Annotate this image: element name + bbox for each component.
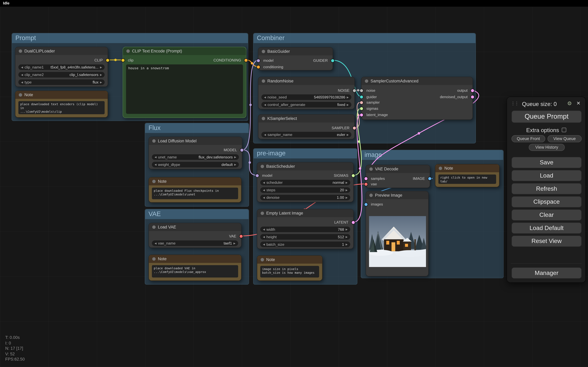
slot-dot-sigmas[interactable] (352, 174, 355, 177)
output-slot-output[interactable]: output (457, 88, 468, 93)
slot-dot-vae[interactable] (240, 235, 243, 238)
input-slot-samples[interactable]: samples (371, 176, 385, 181)
prev-arrow-icon[interactable]: ◀ (263, 187, 265, 193)
node-header[interactable]: Note (435, 164, 499, 172)
collapse-dot-icon[interactable] (369, 167, 373, 171)
prev-arrow-icon[interactable]: ◀ (21, 64, 23, 70)
next-arrow-icon[interactable]: ▶ (346, 227, 348, 232)
slot-dot-guider[interactable] (331, 59, 334, 62)
widget-width[interactable]: ◀width768▶ (260, 227, 350, 232)
widget-steps[interactable]: ◀steps20▶ (260, 187, 350, 193)
input-slot-sigmas[interactable]: sigmas (366, 106, 378, 111)
widget-sampler-name[interactable]: ◀sampler_nameeuler▶ (261, 132, 351, 137)
collapse-dot-icon[interactable] (262, 117, 265, 120)
refresh-button[interactable]: Refresh (511, 183, 582, 194)
collapse-dot-icon[interactable] (152, 180, 156, 183)
widget-clip-name1[interactable]: ◀clip_name1t5xxl_fp8_e4m3fn.safetens...▶ (18, 64, 104, 70)
load-default-button[interactable]: Load Default (511, 223, 582, 234)
comfyui-canvas[interactable]: Idle Prompt Combiner Flux VAE pre-image … (0, 0, 588, 367)
slot-dot-guider[interactable] (360, 95, 363, 99)
next-arrow-icon[interactable]: ▶ (346, 234, 348, 240)
slot-dot-model[interactable] (240, 149, 243, 152)
next-arrow-icon[interactable]: ▶ (100, 72, 102, 77)
group-title[interactable]: image (361, 150, 503, 160)
slot-dot-image[interactable] (428, 177, 431, 180)
next-arrow-icon[interactable]: ▶ (346, 242, 348, 247)
slot-dot-latent[interactable] (360, 113, 363, 117)
widget-height[interactable]: ◀height512▶ (260, 234, 350, 240)
next-arrow-icon[interactable]: ▶ (346, 187, 348, 193)
node-header[interactable]: KSamplerSelect (258, 115, 354, 122)
node-header[interactable]: Note (257, 256, 322, 264)
input-slot-clip[interactable]: clip (128, 58, 134, 63)
collapse-dot-icon[interactable] (152, 139, 156, 143)
prev-arrow-icon[interactable]: ◀ (263, 195, 265, 200)
node-vae-decode[interactable]: VAE Decode samples vae IMAGE (366, 165, 430, 188)
prev-arrow-icon[interactable]: ◀ (155, 240, 156, 246)
output-slot-clip[interactable]: CLIP (95, 58, 103, 63)
node-header[interactable]: Load Diffusion Model (149, 137, 242, 145)
widget-scheduler[interactable]: ◀schedulernormal▶ (260, 180, 350, 185)
collapse-dot-icon[interactable] (261, 212, 264, 215)
input-slot-conditioning[interactable]: conditioning (263, 64, 283, 70)
node-note-prompt[interactable]: Note place downloaded text encoders (cli… (15, 91, 108, 117)
next-arrow-icon[interactable]: ▶ (234, 162, 236, 167)
collapse-dot-icon[interactable] (439, 167, 442, 170)
widget-weight-dtype[interactable]: ◀weight_dtypedefault▶ (152, 162, 239, 167)
node-note-flux[interactable]: Note place downloaded Flux checkpoints i… (148, 177, 242, 203)
input-slot-sampler[interactable]: sampler (366, 100, 380, 105)
load-button[interactable]: Load (511, 170, 582, 181)
slot-dot-sampler[interactable] (353, 127, 356, 130)
node-header[interactable]: VAE Decode (366, 165, 430, 173)
collapse-dot-icon[interactable] (261, 165, 264, 168)
slot-dot-sigmas[interactable] (360, 107, 363, 110)
output-slot-model[interactable]: MODEL (224, 148, 237, 153)
drag-handle-icon[interactable]: ⋮⋮ (511, 101, 518, 106)
output-slot-guider[interactable]: GUIDER (313, 58, 328, 63)
input-slot-model[interactable]: model (262, 173, 272, 178)
node-note-preimage[interactable]: Note image size in pixels batch_size is … (257, 255, 323, 281)
prompt-textarea[interactable]: house in a snowstrom (126, 64, 243, 114)
collapse-dot-icon[interactable] (19, 93, 22, 97)
widget-vae-name[interactable]: ◀vae_nametaef1▶ (152, 240, 238, 246)
output-slot-conditioning[interactable]: CONDITIONING (214, 58, 241, 63)
input-slot-noise[interactable]: noise (366, 88, 375, 93)
group-title[interactable]: VAE (145, 209, 249, 219)
slot-dot-clip[interactable] (106, 59, 109, 62)
next-arrow-icon[interactable]: ▶ (234, 154, 236, 160)
node-header[interactable]: BasicScheduler (257, 163, 353, 170)
output-slot-denoised-output[interactable]: denoised_output (440, 94, 468, 100)
queue-prompt-button[interactable]: Queue Prompt (511, 110, 582, 123)
collapse-dot-icon[interactable] (152, 257, 156, 261)
group-title[interactable]: Flux (145, 123, 249, 133)
prev-arrow-icon[interactable]: ◀ (263, 180, 265, 185)
node-header[interactable]: Note (15, 91, 107, 99)
prev-arrow-icon[interactable]: ◀ (155, 162, 156, 167)
node-empty-latent-image[interactable]: Empty Latent Image LATENT ◀width768▶ ◀he… (257, 209, 354, 249)
prev-arrow-icon[interactable]: ◀ (263, 242, 265, 247)
next-arrow-icon[interactable]: ▶ (347, 102, 349, 108)
next-arrow-icon[interactable]: ▶ (346, 195, 348, 200)
output-slot-vae[interactable]: VAE (229, 234, 236, 239)
settings-gear-icon[interactable]: ⚙ (567, 100, 572, 106)
node-dualcliploader[interactable]: DualCLIPLoader CLIP ◀clip_name1t5xxl_fp8… (15, 47, 108, 87)
node-header[interactable]: Note (149, 255, 241, 263)
prev-arrow-icon[interactable]: ◀ (155, 154, 156, 160)
next-arrow-icon[interactable]: ▶ (233, 240, 235, 246)
widget-batch-size[interactable]: ◀batch_size1▶ (260, 242, 350, 247)
output-slot-image[interactable]: IMAGE (413, 176, 425, 181)
reset-view-button[interactable]: Reset View (511, 235, 582, 247)
slot-dot-latent[interactable] (471, 95, 474, 99)
clear-button[interactable]: Clear (511, 209, 582, 220)
prev-arrow-icon[interactable]: ◀ (21, 79, 23, 85)
manager-button[interactable]: Manager (511, 267, 582, 279)
node-preview-image[interactable]: Preview Image images (366, 191, 429, 276)
node-header[interactable]: SamplerCustomAdvanced (362, 77, 473, 85)
node-samplercustomadvanced[interactable]: SamplerCustomAdvanced noise guider sampl… (361, 77, 473, 120)
slot-dot-sampler[interactable] (360, 101, 363, 104)
node-note-vae[interactable]: Note place downloaded VAE in ...\ComfyUI… (148, 255, 242, 281)
slot-dot-latent[interactable] (471, 89, 474, 92)
node-header[interactable]: CLIP Text Encode (Prompt) (123, 47, 246, 55)
node-load-diffusion-model[interactable]: Load Diffusion Model MODEL ◀unet_nameflu… (148, 137, 242, 169)
slot-dot-latent[interactable] (352, 221, 355, 224)
